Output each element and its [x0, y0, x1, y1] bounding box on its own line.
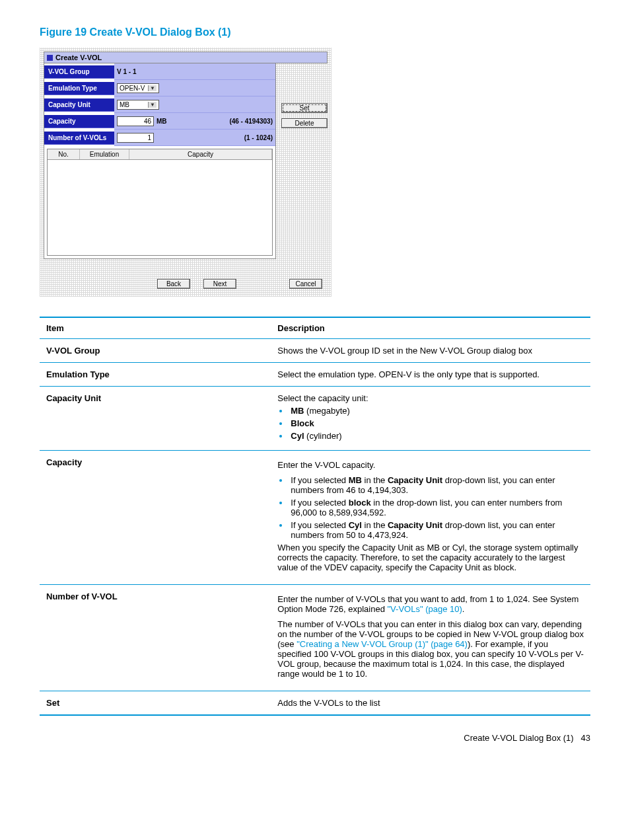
desc-vvol-group: Shows the V-VOL group ID set in the New … — [271, 339, 590, 363]
col-capacity: Capacity — [129, 149, 272, 159]
vvol-listbox[interactable]: No. Emulation Capacity — [47, 149, 273, 256]
list-header: No. Emulation Capacity — [48, 149, 272, 160]
chevron-down-icon: ▼ — [148, 85, 157, 91]
chevron-down-icon: ▼ — [148, 102, 157, 108]
desc-set: Adds the V-VOLs to the list — [271, 691, 590, 716]
table-row: V-VOL Group Shows the V-VOL group ID set… — [40, 339, 590, 363]
col-no: No. — [48, 149, 80, 159]
table-row: Number of V-VOL Enter the number of V-VO… — [40, 585, 590, 691]
capacity-input[interactable] — [117, 116, 154, 126]
desc-emulation-type: Select the emulation type. OPEN-V is the… — [271, 363, 590, 387]
dialog-titlebar: Create V-VOL — [44, 52, 328, 63]
number-range-hint: (1 - 1024) — [244, 134, 273, 141]
link-create-vvol-group-page64[interactable]: "Creating a New V-VOL Group (1)" (page 6… — [297, 639, 468, 649]
desc-number-vvol: Enter the number of V-VOLs that you want… — [271, 585, 590, 691]
description-table: Item Description V-VOL Group Shows the V… — [40, 317, 590, 716]
capacity-unit-select[interactable]: MB▼ — [117, 100, 159, 110]
vvol-group-label: V-VOL Group — [44, 65, 114, 79]
emulation-type-label: Emulation Type — [44, 82, 114, 95]
next-button[interactable]: Next — [203, 279, 236, 289]
item-set: Set — [40, 691, 271, 716]
table-row: Emulation Type Select the emulation type… — [40, 363, 590, 387]
capacity-unit-text: MB — [157, 118, 167, 125]
figure-title: Figure 19 Create V-VOL Dialog Box (1) — [40, 26, 590, 38]
capacity-label: Capacity — [44, 115, 114, 128]
header-description: Description — [271, 317, 590, 339]
header-item: Item — [40, 317, 271, 339]
table-row: Capacity Enter the V-VOL capacity. If yo… — [40, 451, 590, 585]
item-emulation-type: Emulation Type — [40, 363, 271, 387]
number-vvols-label: Number of V-VOLs — [44, 132, 114, 145]
dialog-title: Create V-VOL — [55, 54, 102, 61]
desc-capacity-unit: Select the capacity unit: MB (megabyte) … — [271, 387, 590, 451]
vvol-group-value: V 1 - 1 — [117, 68, 136, 75]
item-number-vvol: Number of V-VOL — [40, 585, 271, 691]
item-vvol-group: V-VOL Group — [40, 339, 271, 363]
col-emulation: Emulation — [80, 149, 129, 159]
table-row: Capacity Unit Select the capacity unit: … — [40, 387, 590, 451]
link-vvols-page10[interactable]: "V-VOLs" (page 10) — [388, 604, 462, 614]
back-button[interactable]: Back — [157, 279, 190, 289]
capacity-range-hint: (46 - 4194303) — [229, 118, 273, 125]
set-button[interactable]: Set — [281, 103, 328, 113]
item-capacity: Capacity — [40, 451, 271, 585]
number-vvols-input[interactable] — [117, 133, 154, 143]
emulation-type-select[interactable]: OPEN-V▼ — [117, 83, 159, 93]
desc-capacity: Enter the V-VOL capacity. If you selecte… — [271, 451, 590, 585]
create-vvol-dialog: Create V-VOL V-VOL Group V 1 - 1 Emulati… — [40, 48, 332, 297]
window-icon — [47, 55, 53, 61]
table-row: Set Adds the V-VOLs to the list — [40, 691, 590, 716]
page-footer: Create V-VOL Dialog Box (1) 43 — [40, 733, 590, 743]
capacity-unit-label: Capacity Unit — [44, 98, 114, 112]
cancel-button[interactable]: Cancel — [289, 279, 322, 289]
item-capacity-unit: Capacity Unit — [40, 387, 271, 451]
delete-button[interactable]: Delete — [281, 118, 328, 128]
